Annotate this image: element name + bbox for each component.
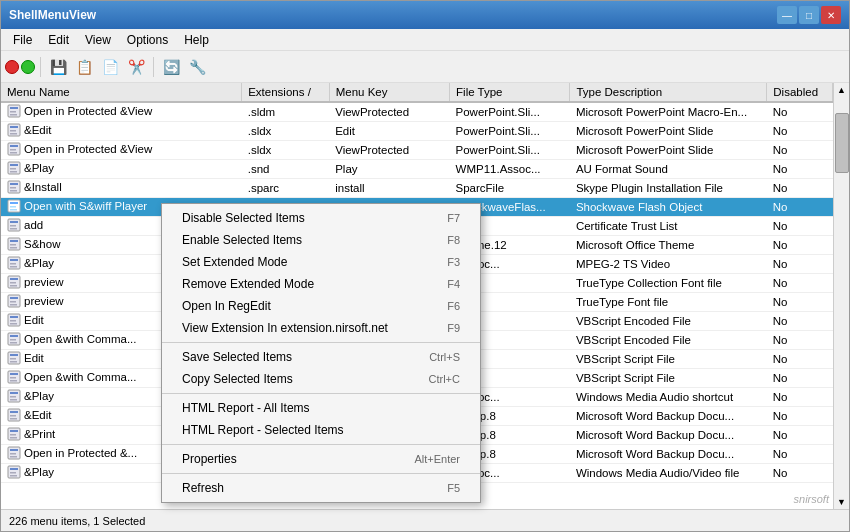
menu-options[interactable]: Options: [119, 31, 176, 49]
svg-rect-62: [10, 396, 16, 398]
context-menu-item[interactable]: Set Extended ModeF3: [162, 251, 480, 273]
context-menu-item[interactable]: RefreshF5: [162, 477, 480, 499]
context-menu-item-shortcut: F8: [447, 234, 460, 246]
cell-extensions: .sparc: [242, 179, 330, 198]
titlebar-controls: — □ ✕: [777, 6, 841, 24]
cell-type-desc: Microsoft Word Backup Docu...: [570, 426, 767, 445]
context-menu-item[interactable]: Remove Extended ModeF4: [162, 273, 480, 295]
cell-type-desc: Microsoft PowerPoint Slide: [570, 141, 767, 160]
svg-rect-19: [10, 190, 17, 192]
context-menu-item[interactable]: HTML Report - All Items: [162, 397, 480, 419]
cell-menu-name: &Play: [1, 160, 242, 179]
svg-rect-11: [10, 152, 17, 154]
svg-rect-37: [10, 278, 18, 280]
close-button[interactable]: ✕: [821, 6, 841, 24]
cell-menu-key: ViewProtected: [329, 141, 449, 160]
cell-disabled: No: [767, 255, 833, 274]
col-menu-key[interactable]: Menu Key: [329, 83, 449, 102]
table-row[interactable]: Open in Protected &View.sldxViewProtecte…: [1, 141, 833, 160]
refresh-button[interactable]: 🔄: [159, 55, 183, 79]
cell-disabled: No: [767, 160, 833, 179]
col-file-type[interactable]: File Type: [450, 83, 570, 102]
menu-edit[interactable]: Edit: [40, 31, 77, 49]
context-menu-item[interactable]: Disable Selected ItemsF7: [162, 207, 480, 229]
cell-disabled: No: [767, 179, 833, 198]
scrollbar[interactable]: ▲ ▼: [833, 83, 849, 509]
context-menu-item-label: Enable Selected Items: [182, 233, 302, 247]
svg-rect-27: [10, 228, 17, 230]
menu-view[interactable]: View: [77, 31, 119, 49]
col-type-desc[interactable]: Type Description: [570, 83, 767, 102]
minimize-button[interactable]: —: [777, 6, 797, 24]
cell-menu-key: install: [329, 179, 449, 198]
toolbar-separator-1: [40, 57, 41, 77]
cell-menu-name: &Install: [1, 179, 242, 198]
context-menu-item-label: View Extension In extension.nirsoft.net: [182, 321, 388, 335]
col-menu-name[interactable]: Menu Name: [1, 83, 242, 102]
table-row[interactable]: &Edit.sldxEditPowerPoint.Sli...Microsoft…: [1, 122, 833, 141]
cell-disabled: No: [767, 236, 833, 255]
cell-disabled: No: [767, 388, 833, 407]
svg-rect-33: [10, 259, 18, 261]
cell-type-desc: VBScript Encoded File: [570, 331, 767, 350]
context-menu-item[interactable]: Save Selected ItemsCtrl+S: [162, 346, 480, 368]
context-menu-item[interactable]: Copy Selected ItemsCtrl+C: [162, 368, 480, 390]
scroll-down-btn[interactable]: ▼: [834, 495, 849, 509]
context-menu-item[interactable]: View Extension In extension.nirsoft.netF…: [162, 317, 480, 339]
cell-menu-key: Play: [329, 160, 449, 179]
context-menu-item-label: Save Selected Items: [182, 350, 292, 364]
cell-type-desc: Microsoft Word Backup Docu...: [570, 407, 767, 426]
context-menu-item[interactable]: Enable Selected ItemsF8: [162, 229, 480, 251]
cell-type-desc: Skype Plugin Installation File: [570, 179, 767, 198]
svg-rect-23: [10, 209, 17, 211]
svg-rect-5: [10, 126, 18, 128]
context-menu-item-label: Refresh: [182, 481, 224, 495]
menubar: File Edit View Options Help: [1, 29, 849, 51]
statusbar: 226 menu items, 1 Selected: [1, 509, 849, 531]
cell-disabled: No: [767, 464, 833, 483]
scroll-thumb[interactable]: [835, 113, 849, 173]
table-row[interactable]: &Install.sparcinstallSparcFileSkype Plug…: [1, 179, 833, 198]
save-button[interactable]: 💾: [46, 55, 70, 79]
context-menu-item[interactable]: HTML Report - Selected Items: [162, 419, 480, 441]
context-menu-item-label: Set Extended Mode: [182, 255, 287, 269]
copy-button[interactable]: 📋: [72, 55, 96, 79]
context-menu-item[interactable]: Open In RegEditF6: [162, 295, 480, 317]
table-row[interactable]: &Play.sndPlayWMP11.Assoc...AU Format Sou…: [1, 160, 833, 179]
context-menu-item-label: Disable Selected Items: [182, 211, 305, 225]
cell-disabled: No: [767, 293, 833, 312]
menu-help[interactable]: Help: [176, 31, 217, 49]
cell-menu-key: ViewProtected: [329, 102, 449, 122]
svg-rect-63: [10, 399, 17, 401]
col-disabled[interactable]: Disabled: [767, 83, 833, 102]
context-menu-item[interactable]: PropertiesAlt+Enter: [162, 448, 480, 470]
table-row[interactable]: Open in Protected &View.sldmViewProtecte…: [1, 102, 833, 122]
svg-rect-6: [10, 130, 16, 132]
svg-rect-45: [10, 316, 18, 318]
cell-file-type: PowerPoint.Sli...: [450, 122, 570, 141]
cell-file-type: WMP11.Assoc...: [450, 160, 570, 179]
svg-rect-9: [10, 145, 18, 147]
cell-file-type: SparcFile: [450, 179, 570, 198]
maximize-button[interactable]: □: [799, 6, 819, 24]
paste-button[interactable]: 📄: [98, 55, 122, 79]
col-extensions[interactable]: Extensions /: [242, 83, 330, 102]
context-menu-item-shortcut: F5: [447, 482, 460, 494]
context-menu-item-shortcut: F3: [447, 256, 460, 268]
cell-disabled: No: [767, 407, 833, 426]
svg-rect-41: [10, 297, 18, 299]
svg-rect-53: [10, 354, 18, 356]
cut-button[interactable]: ✂️: [124, 55, 148, 79]
svg-rect-39: [10, 285, 17, 287]
svg-rect-71: [10, 437, 17, 439]
menu-file[interactable]: File: [5, 31, 40, 49]
cell-type-desc: VBScript Encoded File: [570, 312, 767, 331]
svg-rect-15: [10, 171, 17, 173]
context-menu-separator: [162, 444, 480, 445]
svg-rect-3: [10, 114, 17, 116]
properties-button[interactable]: 🔧: [185, 55, 209, 79]
cell-type-desc: MPEG-2 TS Video: [570, 255, 767, 274]
cell-disabled: No: [767, 217, 833, 236]
cell-disabled: No: [767, 274, 833, 293]
scroll-up-btn[interactable]: ▲: [834, 83, 849, 97]
